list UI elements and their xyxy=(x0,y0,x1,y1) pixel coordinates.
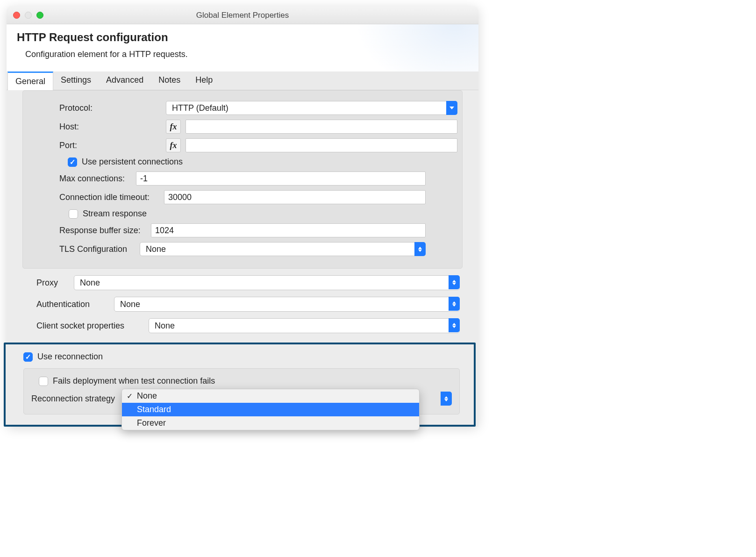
protocol-label: Protocol: xyxy=(59,103,166,113)
tab-panel-general: Protocol: HTTP (Default) Host: fx Port: … xyxy=(7,90,478,427)
protocol-select[interactable]: HTTP (Default) xyxy=(166,101,457,115)
fx-button-host[interactable]: fx xyxy=(166,120,181,134)
protocol-value: HTTP (Default) xyxy=(166,101,457,115)
window-title: Global Element Properties xyxy=(7,11,478,20)
proxy-value: None xyxy=(74,275,460,290)
socket-select[interactable]: None xyxy=(149,318,460,333)
page-title: HTTP Request configuration xyxy=(17,31,468,44)
option-label: Standard xyxy=(137,405,171,414)
auth-value: None xyxy=(114,297,460,312)
stream-response-label: Stream response xyxy=(83,209,147,219)
reconnection-panel: Fails deployment when test connection fa… xyxy=(23,368,460,414)
socket-label: Client socket properties xyxy=(36,321,141,331)
dialog-window: Global Element Properties HTTP Request c… xyxy=(7,7,478,427)
host-input[interactable] xyxy=(185,120,457,134)
idle-timeout-input[interactable] xyxy=(164,190,426,204)
port-input[interactable] xyxy=(185,138,457,152)
fx-button-port[interactable]: fx xyxy=(166,138,181,152)
max-connections-input[interactable] xyxy=(136,171,426,186)
reconnection-strategy-label: Reconnection strategy xyxy=(31,394,121,404)
tls-select[interactable]: None xyxy=(140,242,426,256)
tab-help[interactable]: Help xyxy=(188,71,220,90)
auth-label: Authentication xyxy=(36,300,107,309)
use-reconnection-label: Use reconnection xyxy=(37,352,103,362)
up-down-icon xyxy=(449,297,460,311)
auth-select[interactable]: None xyxy=(114,297,460,312)
dialog-header: HTTP Request configuration Configuration… xyxy=(7,24,478,71)
buffer-size-label: Response buffer size: xyxy=(59,226,151,236)
host-label: Host: xyxy=(59,122,166,132)
option-label: Forever xyxy=(137,418,166,428)
option-label: None xyxy=(137,391,157,400)
idle-timeout-label: Connection idle timeout: xyxy=(59,193,164,202)
persistent-checkbox[interactable] xyxy=(68,157,77,167)
stream-response-checkbox[interactable] xyxy=(69,209,78,219)
proxy-label: Proxy xyxy=(36,278,66,288)
socket-value: None xyxy=(149,318,460,333)
dropdown-option-none[interactable]: ✓ None xyxy=(122,389,419,403)
persistent-label: Use persistent connections xyxy=(82,157,183,167)
tls-value: None xyxy=(140,242,426,256)
proxy-select[interactable]: None xyxy=(74,275,460,290)
reconnection-highlight: Use reconnection Fails deployment when t… xyxy=(4,343,476,427)
tab-general[interactable]: General xyxy=(7,71,53,90)
port-label: Port: xyxy=(59,141,166,150)
up-down-icon xyxy=(441,392,452,406)
tab-notes[interactable]: Notes xyxy=(151,71,188,90)
check-icon: ✓ xyxy=(127,392,133,400)
up-down-icon xyxy=(449,318,460,332)
tab-advanced[interactable]: Advanced xyxy=(99,71,151,90)
minimize-icon xyxy=(25,12,32,19)
tls-label: TLS Configuration xyxy=(59,244,140,254)
up-down-icon xyxy=(449,275,460,289)
titlebar: Global Element Properties xyxy=(7,7,478,24)
tab-settings[interactable]: Settings xyxy=(53,71,99,90)
close-icon[interactable] xyxy=(13,12,20,19)
page-subtitle: Configuration element for a HTTP request… xyxy=(17,48,468,59)
fails-deployment-checkbox[interactable] xyxy=(39,377,48,386)
buffer-size-input[interactable] xyxy=(151,223,426,237)
window-controls xyxy=(7,12,43,19)
tab-bar: General Settings Advanced Notes Help xyxy=(7,71,478,90)
up-down-icon xyxy=(414,242,426,256)
chevron-down-icon xyxy=(446,101,457,115)
dropdown-option-forever[interactable]: Forever xyxy=(122,416,419,430)
fails-deployment-label: Fails deployment when test connection fa… xyxy=(53,376,215,386)
connection-group: Protocol: HTTP (Default) Host: fx Port: … xyxy=(22,90,463,269)
use-reconnection-checkbox[interactable] xyxy=(23,352,33,362)
zoom-icon[interactable] xyxy=(36,12,43,19)
reconnection-strategy-dropdown: ✓ None Standard Forever xyxy=(121,389,420,430)
max-connections-label: Max connections: xyxy=(59,174,136,184)
dropdown-option-standard[interactable]: Standard xyxy=(122,403,419,416)
